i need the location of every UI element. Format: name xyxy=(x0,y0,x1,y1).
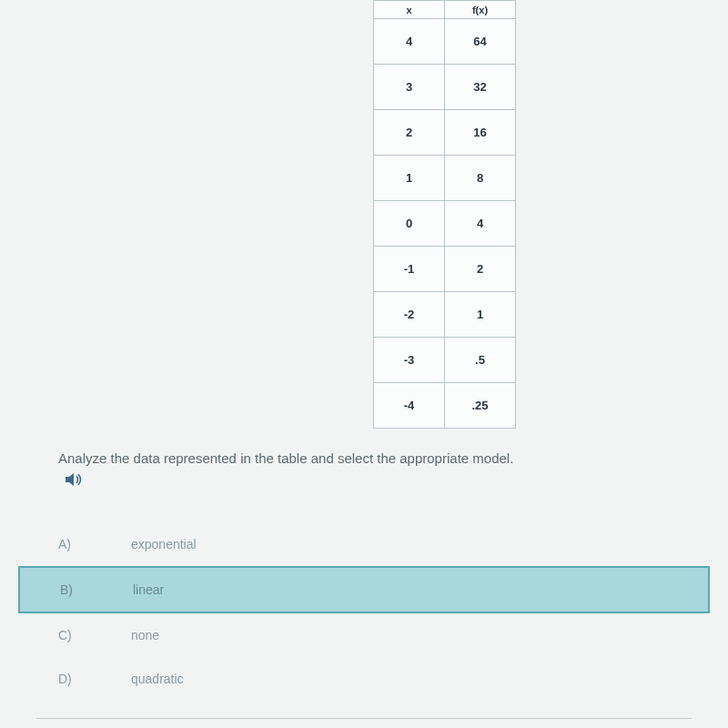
table-header-cell: f(x) xyxy=(445,1,516,19)
table-cell: 2 xyxy=(374,110,445,156)
options-list: A) exponential B) linear C) none D) quad… xyxy=(0,522,728,701)
option-b[interactable]: B) linear xyxy=(18,566,710,613)
table-cell: -1 xyxy=(374,247,445,292)
table-header-cell: x xyxy=(374,1,445,19)
option-d[interactable]: D) quadratic xyxy=(0,657,728,701)
table-cell: -2 xyxy=(374,292,445,338)
table-row: -3 .5 xyxy=(374,338,516,383)
table-cell: .5 xyxy=(445,338,516,383)
table-cell: 32 xyxy=(445,65,516,110)
option-text: exponential xyxy=(131,537,197,551)
question-text: Analyze the data represented in the tabl… xyxy=(58,450,513,466)
table-row: 3 32 xyxy=(374,65,516,110)
option-letter: A) xyxy=(58,537,131,551)
table-row: -4 .25 xyxy=(374,383,516,429)
data-table: x f(x) 4 64 3 32 2 16 1 8 0 4 -1 2 -2 1 … xyxy=(373,0,516,429)
table-cell: 1 xyxy=(374,156,445,201)
table-row: 0 4 xyxy=(374,201,516,247)
option-text: none xyxy=(131,628,159,642)
table-cell: .25 xyxy=(445,383,516,429)
table-cell: -4 xyxy=(374,383,445,429)
table-header-row: x f(x) xyxy=(374,1,516,19)
table-cell: 1 xyxy=(445,292,516,338)
divider xyxy=(36,718,692,719)
option-text: linear xyxy=(133,582,164,597)
option-letter: B) xyxy=(60,582,133,597)
table-row: 2 16 xyxy=(374,110,516,156)
table-row: 4 64 xyxy=(374,19,516,65)
table-cell: 4 xyxy=(374,19,445,65)
table-cell: 64 xyxy=(445,19,516,65)
option-letter: D) xyxy=(58,672,131,686)
table-row: 1 8 xyxy=(374,156,516,201)
table-cell: 2 xyxy=(445,247,516,292)
table-cell: -3 xyxy=(374,338,445,383)
audio-icon[interactable] xyxy=(64,471,84,492)
option-a[interactable]: A) exponential xyxy=(0,522,728,566)
option-letter: C) xyxy=(58,628,131,642)
table-cell: 16 xyxy=(445,110,516,156)
table-row: -1 2 xyxy=(374,247,516,292)
option-text: quadratic xyxy=(131,672,184,686)
table-cell: 3 xyxy=(374,65,445,110)
option-c[interactable]: C) none xyxy=(0,613,728,657)
table-cell: 0 xyxy=(374,201,445,247)
table-cell: 8 xyxy=(445,156,516,201)
table-cell: 4 xyxy=(445,201,516,247)
table-row: -2 1 xyxy=(374,292,516,338)
